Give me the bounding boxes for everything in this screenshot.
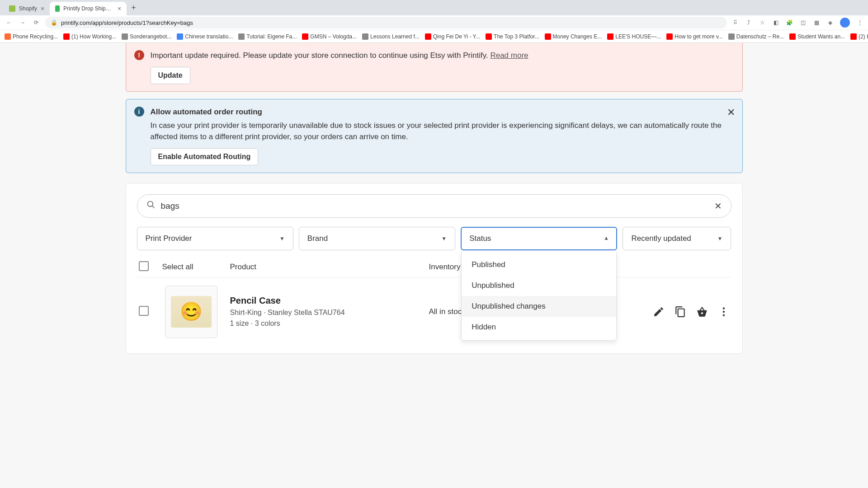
back-button[interactable]: ← xyxy=(5,18,14,27)
bookmark-item[interactable]: GMSN – Vologda... xyxy=(302,33,357,40)
bookmark-item[interactable]: Tutorial: Eigene Fa... xyxy=(238,33,297,40)
bookmark-item[interactable]: Lessons Learned f... xyxy=(362,33,420,40)
new-tab-button[interactable]: + xyxy=(127,3,141,13)
filter-label: Status xyxy=(469,234,491,243)
bookmark-item[interactable]: Student Wants an... xyxy=(789,33,845,40)
edit-icon[interactable] xyxy=(653,306,665,318)
chevron-down-icon: ▼ xyxy=(441,235,447,242)
tab-title: Shopify xyxy=(19,5,37,12)
thumbnail-image: 😊 xyxy=(171,296,212,328)
extension-icon[interactable]: ▦ xyxy=(813,19,820,26)
favicon-icon xyxy=(9,5,15,12)
tab-title: Printify Drop Shipping Print o xyxy=(63,5,114,12)
product-provider: Shirt-King · Stanley Stella STAU764 xyxy=(230,309,429,317)
extension-icon[interactable]: ◫ xyxy=(799,19,807,26)
product-thumbnail[interactable]: 😊 xyxy=(165,286,217,338)
svg-point-4 xyxy=(722,314,724,316)
status-option-unpublished-changes[interactable]: Unpublished changes xyxy=(462,296,616,317)
filter-status[interactable]: Status ▼ Published Unpublished Unpublish… xyxy=(461,227,617,250)
column-product: Product xyxy=(230,263,429,272)
favicon-icon xyxy=(55,5,60,12)
url-text: printify.com/app/store/products/1?search… xyxy=(61,19,193,26)
products-panel: ✕ Print Provider ▼ Brand ▼ Status ▼ Publ… xyxy=(126,183,743,354)
address-bar: ← → ⟳ 🔒 printify.com/app/store/products/… xyxy=(0,15,868,30)
select-all-checkbox[interactable] xyxy=(139,261,149,271)
tab-bar: Shopify × Printify Drop Shipping Print o… xyxy=(0,0,868,15)
page-body: ! Important update required. Please upda… xyxy=(0,43,868,354)
bookmark-item[interactable]: (2) How To Add A... xyxy=(850,33,868,40)
copy-icon[interactable] xyxy=(675,306,686,318)
clear-search-icon[interactable]: ✕ xyxy=(714,201,722,211)
product-name[interactable]: Pencil Case xyxy=(230,296,429,306)
bookmark-bar: Phone Recycling... (1) How Working... So… xyxy=(0,30,868,42)
status-dropdown: Published Unpublished Unpublished change… xyxy=(461,252,617,341)
translate-icon[interactable]: ⠿ xyxy=(731,19,739,26)
share-icon[interactable]: ⤴ xyxy=(745,19,752,26)
star-icon[interactable]: ☆ xyxy=(759,19,766,26)
warning-icon: ! xyxy=(134,50,144,60)
more-icon[interactable] xyxy=(718,306,730,318)
bookmark-item[interactable]: LEE'S HOUSE—... xyxy=(607,33,661,40)
tab-shopify[interactable]: Shopify × xyxy=(4,2,50,15)
bookmark-item[interactable]: (1) How Working... xyxy=(63,33,116,40)
svg-point-3 xyxy=(722,310,724,312)
avatar[interactable] xyxy=(840,18,850,28)
bookmark-item[interactable]: The Top 3 Platfor... xyxy=(486,33,539,40)
bookmark-item[interactable]: Phone Recycling... xyxy=(5,33,58,40)
extension-icon[interactable]: ◈ xyxy=(826,19,834,26)
browser-chrome: Shopify × Printify Drop Shipping Print o… xyxy=(0,0,868,43)
bookmark-item[interactable]: Chinese translatio... xyxy=(177,33,233,40)
alert-text: Important update required. Please update… xyxy=(151,51,488,60)
product-actions xyxy=(653,306,730,318)
filter-label: Brand xyxy=(307,234,328,243)
info-icon: i xyxy=(134,107,144,117)
list-header: Select all Product Inventory xyxy=(137,261,731,277)
bookmark-item[interactable]: How to get more v... xyxy=(666,33,722,40)
search-box[interactable]: ✕ xyxy=(137,194,731,218)
filter-print-provider[interactable]: Print Provider ▼ xyxy=(137,227,293,250)
forward-button[interactable]: → xyxy=(18,18,27,27)
alert-text: In case your print provider is temporari… xyxy=(151,120,734,142)
status-option-unpublished[interactable]: Unpublished xyxy=(462,275,616,296)
chevron-up-icon: ▼ xyxy=(604,235,609,242)
product-info: Pencil Case Shirt-King · Stanley Stella … xyxy=(230,296,429,328)
filter-label: Recently updated xyxy=(631,234,691,243)
reload-button[interactable]: ⟳ xyxy=(32,18,41,27)
status-option-hidden[interactable]: Hidden xyxy=(462,317,616,338)
tab-printify[interactable]: Printify Drop Shipping Print o × xyxy=(50,2,127,15)
product-checkbox[interactable] xyxy=(139,306,149,316)
close-icon[interactable]: × xyxy=(118,5,121,12)
product-variants: 1 size · 3 colors xyxy=(230,319,429,328)
alert-update-required: ! Important update required. Please upda… xyxy=(126,43,743,92)
svg-line-1 xyxy=(152,206,154,208)
menu-icon[interactable]: ⋮ xyxy=(856,19,863,26)
alert-order-routing: i Allow automated order routing In case … xyxy=(126,99,743,173)
bookmark-item[interactable]: Qing Fei De Yi - Y... xyxy=(425,33,480,40)
filter-brand[interactable]: Brand ▼ xyxy=(299,227,455,250)
search-icon xyxy=(146,200,156,211)
select-all-label: Select all xyxy=(162,263,230,272)
toolbar-icons: ⠿ ⤴ ☆ ◧ 🧩 ◫ ▦ ◈ ⋮ xyxy=(731,18,863,28)
close-icon[interactable]: × xyxy=(41,5,44,12)
chevron-down-icon: ▼ xyxy=(717,235,723,242)
filter-sort[interactable]: Recently updated ▼ xyxy=(623,227,731,250)
address-input[interactable]: 🔒 printify.com/app/store/products/1?sear… xyxy=(45,17,727,28)
bookmark-item[interactable]: Money Changes E... xyxy=(545,33,602,40)
close-icon[interactable]: ✕ xyxy=(727,107,735,118)
bookmark-item[interactable]: Sonderangebot... xyxy=(122,33,171,40)
filter-label: Print Provider xyxy=(146,234,192,243)
bookmark-item[interactable]: Datenschutz – Re... xyxy=(728,33,784,40)
enable-routing-button[interactable]: Enable Automated Routing xyxy=(151,148,259,165)
basket-icon[interactable] xyxy=(696,306,708,318)
filter-row: Print Provider ▼ Brand ▼ Status ▼ Publis… xyxy=(137,227,731,250)
lock-icon: 🔒 xyxy=(51,19,57,26)
status-option-published[interactable]: Published xyxy=(462,254,616,275)
read-more-link[interactable]: Read more xyxy=(490,51,528,60)
svg-point-0 xyxy=(147,202,153,207)
product-inventory: All in stock xyxy=(429,307,466,316)
search-input[interactable] xyxy=(161,201,709,211)
chevron-down-icon: ▼ xyxy=(279,235,285,242)
update-button[interactable]: Update xyxy=(151,67,190,84)
puzzle-icon[interactable]: 🧩 xyxy=(786,19,793,26)
extension-icon[interactable]: ◧ xyxy=(772,19,779,26)
